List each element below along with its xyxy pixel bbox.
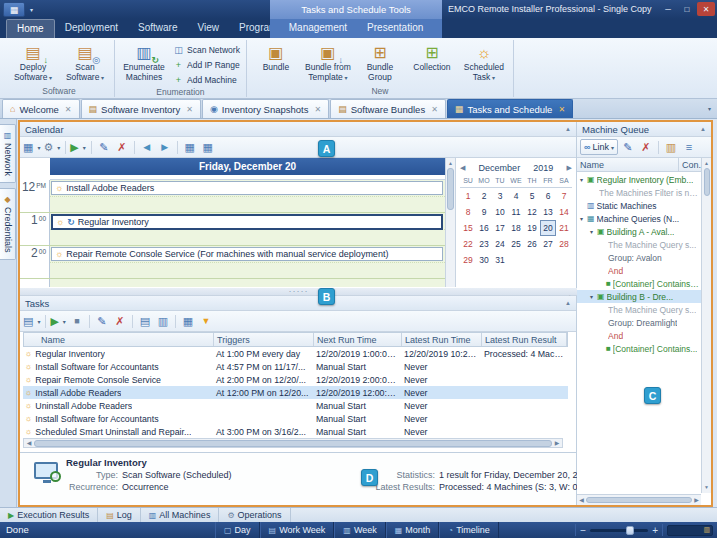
mini-calendar-day[interactable]: 17 [492, 220, 508, 236]
week-view-button[interactable]: ▦ [200, 139, 216, 155]
bundle-from-template-button[interactable]: ▣↓ Bundle from Template [302, 40, 354, 83]
time-slot[interactable]: ☼ Repair Remote Console Service (For mac… [50, 246, 445, 278]
new-scheduled-task-button[interactable]: ☼ Scheduled Task [458, 40, 510, 83]
document-tab[interactable]: ▦ Tasks and Schedule ✕ [447, 99, 573, 118]
mini-calendar-day[interactable]: 5 [524, 188, 540, 204]
scrollbar-thumb[interactable] [34, 440, 552, 447]
dock-tab[interactable]: ▤ Log [98, 508, 141, 522]
close-button[interactable]: ✕ [697, 2, 715, 16]
machine-queue-horizontal-scrollbar[interactable]: ◀ ▶ [577, 494, 701, 505]
close-tab-icon[interactable]: ✕ [558, 105, 565, 114]
bundle-group-button[interactable]: ⊞ Bundle Group [354, 40, 406, 82]
dock-tab[interactable]: ▥ All Machines [141, 508, 220, 522]
delete-task-button[interactable]: ✗ [112, 313, 128, 329]
task-row[interactable]: ☼Install Software for Accountants At 4:5… [23, 360, 568, 373]
day-view-button[interactable]: ▦ [182, 139, 198, 155]
close-tab-icon[interactable]: ✕ [431, 105, 438, 114]
mini-calendar-day[interactable]: 10 [492, 204, 508, 220]
mini-calendar-day[interactable]: 27 [540, 236, 556, 252]
scroll-left-icon[interactable]: ◀ [577, 496, 586, 505]
mini-calendar-day[interactable]: 6 [540, 188, 556, 204]
zoom-out-icon[interactable]: − [580, 525, 586, 536]
tree-item[interactable]: ▾ ▣ Regular Inventory (Emb... [577, 173, 701, 186]
mini-calendar-day[interactable]: 25 [508, 236, 524, 252]
edit-query-button[interactable]: ✎ [620, 139, 636, 155]
document-tab[interactable]: ◉ Inventory Snapshots ✕ [202, 99, 329, 118]
close-tab-icon[interactable]: ✕ [65, 105, 72, 114]
document-tab[interactable]: ⌂ Welcome ✕ [2, 99, 80, 118]
mini-calendar-day[interactable]: 9 [476, 204, 492, 220]
column-header[interactable]: Triggers [214, 333, 314, 346]
close-tab-icon[interactable]: ✕ [186, 105, 193, 114]
mini-calendar-day[interactable]: 31 [492, 252, 508, 268]
quick-access-dropdown-icon[interactable]: ▾ [30, 6, 33, 13]
calendar-scrollbar[interactable]: ▲ [445, 158, 456, 287]
mini-calendar-day[interactable]: 4 [508, 188, 524, 204]
mini-calendar-day[interactable]: 30 [476, 252, 492, 268]
add-machine-button[interactable]: + Add Machine [170, 73, 243, 87]
mini-calendar-day[interactable]: 2 [476, 188, 492, 204]
scan-network-button[interactable]: ◫ Scan Network [170, 43, 243, 57]
tree-expand-icon[interactable]: ▾ [580, 215, 587, 222]
document-tab[interactable]: ▤ Software Bundles ✕ [330, 99, 446, 118]
ribbon-tab[interactable]: Home [6, 19, 55, 38]
scroll-up-icon[interactable]: ▲ [448, 159, 453, 168]
new-bundle-button[interactable]: ▣ Bundle [250, 40, 302, 73]
sidebar-tab-network[interactable]: ▥ Network [0, 124, 16, 183]
calendar-options-button[interactable]: ⚙ [43, 139, 61, 155]
next-day-button[interactable]: ▶ [157, 139, 173, 155]
column-header[interactable]: Latest Run Result [482, 333, 567, 346]
tree-item[interactable]: The Machines Filter is not... [577, 186, 701, 199]
tree-item[interactable]: Group: Dreamlight [577, 316, 701, 329]
collapse-panel-icon[interactable]: ▲ [700, 126, 706, 132]
scroll-up-icon[interactable]: ▲ [704, 159, 709, 168]
task-row[interactable]: ☼Repair Remote Console Service At 2:00 P… [23, 373, 568, 386]
mini-calendar-day[interactable]: 15 [460, 220, 476, 236]
minimize-button[interactable]: ─ [659, 2, 677, 16]
mini-calendar-day[interactable]: 19 [524, 220, 540, 236]
mini-calendar-day[interactable]: 23 [476, 236, 492, 252]
mini-calendar-day[interactable]: 21 [556, 220, 572, 236]
task-row[interactable]: ☼Install Software for Accountants Manual… [23, 412, 568, 425]
column-header[interactable]: Name [24, 333, 214, 346]
add-ip-range-button[interactable]: + Add IP Range [170, 58, 243, 72]
zoom-slider[interactable] [590, 529, 648, 532]
tree-item[interactable]: ▾ ▦ Machine Queries (N... [577, 212, 701, 225]
task-row[interactable]: ☼Uninstall Adobe Readers Manual Start Ne… [23, 399, 568, 412]
ribbon-tab[interactable]: Software [128, 19, 187, 38]
mini-calendar-day[interactable]: 1 [460, 188, 476, 204]
machine-queue-scrollbar[interactable]: ▲ ▼ [701, 158, 711, 493]
mini-calendar-day[interactable]: 11 [508, 204, 524, 220]
edit-task-button[interactable]: ✎ [94, 313, 110, 329]
run-task-button[interactable]: ▶ [50, 313, 66, 329]
contextual-ribbon-tab[interactable]: Management [279, 19, 357, 38]
tree-item[interactable]: Group: Avalon [577, 251, 701, 264]
delete-query-button[interactable]: ✗ [638, 139, 654, 155]
calendar-event-selected[interactable]: ☼ ↻ Regular Inventory [51, 214, 443, 230]
scroll-down-icon[interactable]: ▼ [704, 483, 709, 492]
delete-task-button[interactable]: ✗ [114, 139, 130, 155]
time-slot[interactable] [50, 279, 445, 287]
next-month-icon[interactable]: ▶ [567, 164, 572, 172]
calendar-event[interactable]: ☼ Repair Remote Console Service (For mac… [51, 247, 443, 261]
task-view-button[interactable]: ▤ [23, 313, 41, 329]
mini-calendar-day[interactable]: 13 [540, 204, 556, 220]
column-header[interactable]: Latest Run Time [402, 333, 482, 346]
run-task-button[interactable]: ▶ [70, 139, 86, 155]
details-view-button[interactable]: ▤ [137, 313, 153, 329]
scrollbar-thumb[interactable] [704, 168, 710, 196]
tab-list-dropdown-icon[interactable]: ▾ [708, 105, 711, 112]
new-collection-button[interactable]: ⊞ Collection [406, 40, 458, 73]
previous-month-icon[interactable]: ◀ [460, 164, 465, 172]
view-button[interactable]: ▦ Month [386, 522, 440, 538]
stop-task-button[interactable]: ■ [69, 313, 85, 329]
task-row[interactable]: ☼Install Adobe Readers At 12:00 PM on 12… [23, 386, 568, 399]
tree-expand-icon[interactable]: ▾ [580, 176, 587, 183]
ribbon-tab[interactable]: Deployment [55, 19, 128, 38]
mini-calendar-day[interactable]: 24 [492, 236, 508, 252]
tree-item[interactable]: ■ [Container] Contains Flo... [577, 277, 701, 290]
zoom-in-icon[interactable]: + [652, 525, 658, 536]
maximize-button[interactable]: □ [678, 2, 696, 16]
mini-calendar-day[interactable]: 16 [476, 220, 492, 236]
app-menu-button[interactable]: ▦ [3, 2, 25, 17]
